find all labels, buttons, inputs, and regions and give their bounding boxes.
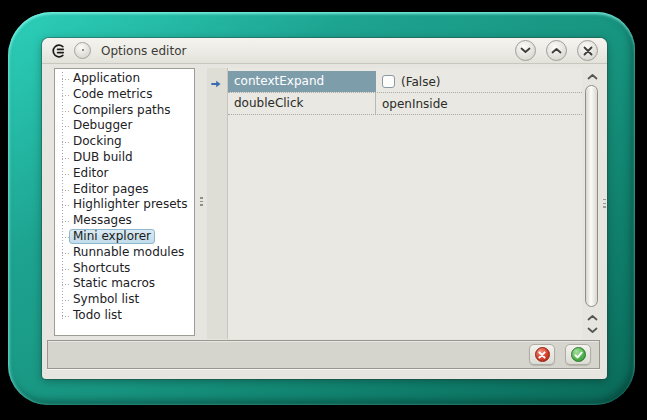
property-name[interactable]: contextExpand — [228, 71, 376, 92]
sidebar-item-runnable-modules[interactable]: Runnable modules — [55, 245, 194, 261]
window-menu-button[interactable] — [74, 42, 91, 59]
sidebar-item-todo-list[interactable]: Todo list — [55, 308, 194, 324]
unshade-button[interactable] — [546, 40, 567, 61]
chevron-up-icon — [587, 314, 598, 321]
sidebar-item-dub-build[interactable]: DUB build — [55, 150, 194, 166]
chevron-up-icon — [551, 47, 562, 54]
app-logo-icon — [51, 43, 67, 59]
chevron-down-icon — [587, 327, 598, 334]
options-editor-window: Options editor Application Code metrics … — [42, 38, 607, 379]
property-value-label: (False) — [401, 72, 441, 92]
shade-button[interactable] — [515, 40, 536, 61]
tree-grid-splitter[interactable] — [196, 68, 207, 336]
scroll-up-button[interactable] — [582, 70, 602, 83]
chevron-up-icon — [587, 73, 598, 80]
titlebar[interactable]: Options editor — [42, 38, 607, 64]
sidebar-item-debugger[interactable]: Debugger — [55, 118, 194, 134]
scroll-down-button[interactable] — [582, 324, 602, 337]
checkbox-unchecked-icon[interactable] — [382, 75, 395, 88]
property-row-contextexpand[interactable]: contextExpand (False) — [228, 71, 582, 93]
vertical-scrollbar[interactable] — [582, 68, 602, 339]
sidebar-item-compilers-paths[interactable]: Compilers paths — [55, 103, 194, 119]
property-grid: contextExpand (False) doubleClick openIn… — [207, 68, 602, 339]
sidebar-item-static-macros[interactable]: Static macros — [55, 276, 194, 292]
property-value-cell[interactable]: (False) — [376, 71, 582, 92]
client-area: Application Code metrics Compilers paths… — [42, 65, 607, 379]
sidebar-item-docking[interactable]: Docking — [55, 134, 194, 150]
property-grid-gutter — [207, 68, 228, 339]
property-value-label: openInside — [382, 94, 448, 114]
property-value-cell[interactable]: openInside — [376, 93, 582, 114]
close-button[interactable] — [577, 40, 598, 61]
sidebar-item-messages[interactable]: Messages — [55, 213, 194, 229]
accept-check-icon — [571, 347, 586, 362]
sidebar-item-highlighter-presets[interactable]: Highlighter presets — [55, 197, 194, 213]
sidebar-item-application[interactable]: Application — [55, 71, 194, 87]
cancel-button[interactable] — [529, 344, 555, 365]
sidebar-item-editor[interactable]: Editor — [55, 166, 194, 182]
window-title: Options editor — [101, 44, 186, 58]
row-pointer-arrow-icon — [211, 79, 223, 89]
close-icon — [583, 46, 593, 56]
scrollbar-thumb[interactable] — [585, 85, 598, 307]
scroll-up-button-bottom[interactable] — [582, 311, 602, 324]
property-grid-rows: contextExpand (False) doubleClick openIn… — [228, 68, 582, 339]
chevron-down-icon — [520, 47, 531, 54]
category-tree: Application Code metrics Compilers paths… — [55, 69, 194, 324]
bottom-button-bar — [47, 340, 600, 369]
sidebar-item-code-metrics[interactable]: Code metrics — [55, 87, 194, 103]
category-tree-panel: Application Code metrics Compilers paths… — [54, 68, 195, 336]
sidebar-item-editor-pages[interactable]: Editor pages — [55, 182, 194, 198]
cancel-cross-icon — [535, 347, 550, 362]
accept-button[interactable] — [565, 344, 591, 365]
window-edge-grip[interactable] — [603, 199, 606, 209]
sidebar-item-symbol-list[interactable]: Symbol list — [55, 292, 194, 308]
property-row-doubleclick[interactable]: doubleClick openInside — [228, 93, 582, 115]
property-name[interactable]: doubleClick — [228, 93, 376, 114]
sidebar-item-shortcuts[interactable]: Shortcuts — [55, 261, 194, 277]
sidebar-item-mini-explorer[interactable]: Mini explorer — [55, 229, 194, 245]
